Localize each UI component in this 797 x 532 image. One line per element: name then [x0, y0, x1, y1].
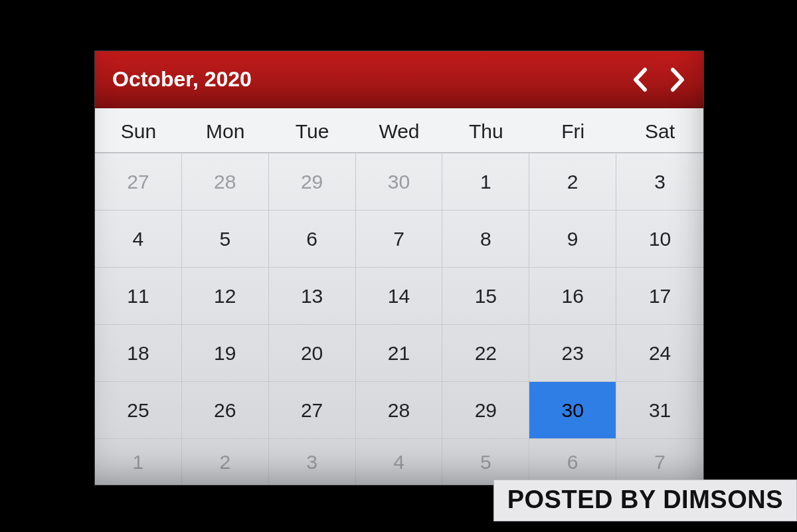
calendar-week: 11 12 13 14 15 16 17	[95, 267, 703, 324]
calendar-week: 18 19 20 21 22 23 24	[95, 324, 703, 381]
date-number: 9	[567, 228, 578, 250]
date-cell[interactable]: 1	[442, 153, 529, 210]
weekday-label: Tue	[269, 108, 356, 152]
date-number: 12	[214, 285, 236, 308]
date-cell[interactable]: 27	[95, 153, 182, 210]
date-number: 30	[562, 399, 584, 422]
date-number: 11	[127, 285, 149, 308]
date-number: 23	[562, 342, 584, 365]
date-number: 15	[475, 285, 497, 308]
date-number: 29	[475, 399, 497, 422]
date-number: 30	[388, 171, 410, 193]
date-cell[interactable]: 17	[616, 267, 703, 324]
date-cell[interactable]: 9	[529, 210, 616, 267]
date-number: 5	[480, 451, 491, 474]
date-number: 5	[219, 228, 230, 250]
weekday-label: Sun	[95, 108, 182, 152]
date-number: 22	[475, 342, 497, 365]
calendar-week: 4 5 6 7 8 9 10	[95, 210, 703, 267]
date-cell[interactable]: 22	[442, 324, 529, 381]
weekday-label: Wed	[356, 108, 443, 152]
date-number: 6	[567, 451, 578, 474]
date-cell[interactable]: 13	[269, 267, 356, 324]
date-number: 6	[306, 228, 317, 250]
date-cell[interactable]: 7	[356, 210, 443, 267]
date-number: 3	[306, 451, 317, 474]
weekday-header-row: Sun Mon Tue Wed Thu Fri Sat	[95, 108, 703, 153]
date-cell[interactable]: 1	[95, 438, 182, 485]
date-number: 7	[393, 228, 404, 250]
date-number: 3	[654, 171, 665, 193]
date-cell[interactable]: 4	[356, 438, 443, 485]
date-cell[interactable]: 7	[616, 438, 703, 485]
date-cell[interactable]: 2	[182, 438, 269, 485]
month-year-label: October, 2020	[112, 67, 252, 92]
date-number: 2	[567, 171, 578, 193]
weekday-label: Thu	[442, 108, 529, 152]
date-cell[interactable]: 30	[529, 381, 616, 438]
date-cell[interactable]: 15	[442, 267, 529, 324]
date-number: 20	[301, 342, 323, 365]
date-cell[interactable]: 29	[442, 381, 529, 438]
next-month-button[interactable]	[669, 67, 686, 92]
date-number: 29	[301, 171, 323, 193]
date-cell[interactable]: 19	[182, 324, 269, 381]
prev-month-button[interactable]	[632, 67, 649, 92]
date-cell[interactable]: 27	[269, 381, 356, 438]
date-number: 2	[219, 451, 230, 474]
date-cell[interactable]: 6	[529, 438, 616, 485]
date-number: 4	[133, 228, 144, 250]
calendar-header: October, 2020	[95, 51, 703, 108]
date-cell[interactable]: 20	[269, 324, 356, 381]
calendar-week: 1 2 3 4 5 6 7	[95, 438, 703, 485]
date-cell[interactable]: 23	[529, 324, 616, 381]
date-cell[interactable]: 11	[95, 267, 182, 324]
date-cell[interactable]: 2	[529, 153, 616, 210]
date-number: 10	[649, 228, 671, 250]
date-number: 17	[649, 285, 671, 308]
calendar-week: 25 26 27 28 29 30 31	[95, 381, 703, 438]
weekday-label: Fri	[529, 108, 616, 152]
date-cell[interactable]: 14	[356, 267, 443, 324]
date-number: 7	[654, 451, 665, 474]
date-cell[interactable]: 28	[182, 153, 269, 210]
date-number: 26	[214, 399, 236, 422]
date-cell[interactable]: 12	[182, 267, 269, 324]
date-cell[interactable]: 21	[356, 324, 443, 381]
date-number: 16	[562, 285, 584, 308]
date-number: 1	[133, 451, 144, 474]
date-cell[interactable]: 30	[356, 153, 443, 210]
month-nav	[632, 67, 686, 92]
date-number: 27	[127, 171, 149, 193]
date-cell[interactable]: 3	[616, 153, 703, 210]
date-number: 24	[649, 342, 671, 365]
chevron-left-icon	[632, 67, 649, 92]
date-cell[interactable]: 16	[529, 267, 616, 324]
date-cell[interactable]: 26	[182, 381, 269, 438]
date-number: 28	[388, 399, 410, 422]
date-cell[interactable]: 6	[269, 210, 356, 267]
date-number: 4	[393, 451, 404, 474]
date-cell[interactable]: 5	[442, 438, 529, 485]
calendar-week: 27 28 29 30 1 2 3	[95, 153, 703, 210]
date-cell[interactable]: 31	[616, 381, 703, 438]
date-cell[interactable]: 18	[95, 324, 182, 381]
date-cell[interactable]: 25	[95, 381, 182, 438]
date-cell[interactable]: 3	[269, 438, 356, 485]
date-cell[interactable]: 8	[442, 210, 529, 267]
date-cell[interactable]: 29	[269, 153, 356, 210]
date-number: 19	[214, 342, 236, 365]
calendar-widget: October, 2020 Sun Mon Tue Wed Thu Fri Sa…	[94, 50, 704, 486]
date-number: 14	[388, 285, 410, 308]
date-cell[interactable]: 5	[182, 210, 269, 267]
date-cell[interactable]: 24	[616, 324, 703, 381]
date-number: 21	[388, 342, 410, 365]
date-number: 13	[301, 285, 323, 308]
date-cell[interactable]: 10	[616, 210, 703, 267]
chevron-right-icon	[669, 67, 686, 92]
date-cell[interactable]: 28	[356, 381, 443, 438]
date-number: 8	[480, 228, 491, 250]
calendar-grid: 27 28 29 30 1 2 3 4 5 6 7 8 9 10 11 12 1…	[95, 153, 703, 485]
date-number: 1	[480, 171, 491, 193]
date-cell[interactable]: 4	[95, 210, 182, 267]
